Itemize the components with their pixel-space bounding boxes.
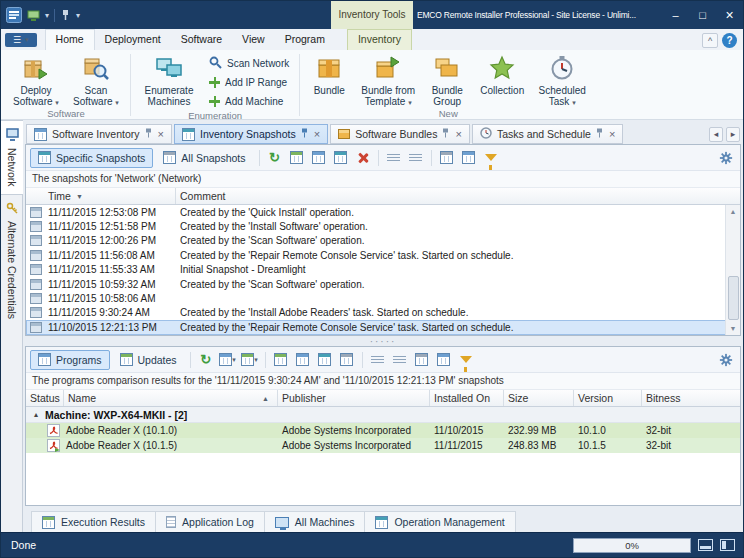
layout-vertical-icon[interactable]: [406, 148, 426, 168]
column-header-bitness[interactable]: Bitness: [642, 390, 740, 406]
collapse-group-icon[interactable]: ▴: [34, 410, 38, 419]
filter-icon[interactable]: [481, 148, 501, 168]
export-results-icon[interactable]: ▾: [218, 350, 238, 370]
ribbon-tab-deployment[interactable]: Deployment: [95, 29, 171, 50]
qat-pin-icon[interactable]: [60, 9, 71, 21]
filter-icon[interactable]: [456, 350, 476, 370]
choose-columns-icon[interactable]: [434, 350, 454, 370]
column-header-installed-on[interactable]: Installed On: [430, 390, 504, 406]
ribbon-tab-inventory[interactable]: Inventory: [347, 29, 412, 50]
close-tab-icon[interactable]: ×: [455, 129, 461, 139]
bottom-tab-application-log[interactable]: Application Log: [156, 511, 265, 533]
show-output-panel-icon[interactable]: [698, 539, 713, 551]
group-by-icon[interactable]: [437, 148, 457, 168]
copy-results-icon[interactable]: ▾: [240, 350, 260, 370]
scroll-up-icon[interactable]: ▲: [726, 205, 740, 218]
snapshot-row[interactable]: 11/11/2015 12:00:26 PMCreated by the 'Sc…: [26, 234, 740, 248]
scan-software-button[interactable]: Scan Software ▾: [67, 52, 125, 108]
snapshot-row[interactable]: 11/11/2015 11:56:08 AMCreated by the 'Re…: [26, 248, 740, 262]
snapshot-row[interactable]: 11/11/2015 10:59:32 AMCreated by the 'Sc…: [26, 277, 740, 291]
snapshot-row[interactable]: 11/11/2015 9:30:24 AMCreated by the 'Ins…: [26, 306, 740, 320]
close-tab-icon[interactable]: ×: [314, 129, 320, 139]
bottom-tab-all-machines[interactable]: All Machines: [265, 511, 366, 533]
collection-button[interactable]: Collection: [473, 52, 531, 96]
machine-group-row[interactable]: ▴ Machine: WXP-X64-MKII - [2]: [26, 407, 740, 423]
bottom-tab-execution-results[interactable]: Execution Results: [31, 511, 156, 533]
doc-tab-tasks-and-schedule[interactable]: Tasks and Schedule ×: [472, 124, 623, 144]
add-ip-range-button[interactable]: Add IP Range: [204, 73, 294, 91]
export-snapshot-icon[interactable]: [309, 148, 329, 168]
doc-tab-software-bundles[interactable]: Software Bundles ×: [330, 124, 470, 144]
vertical-scrollbar[interactable]: ▲ ▼: [725, 205, 740, 335]
snapshot-row[interactable]: 11/11/2015 12:51:58 PMCreated by the 'In…: [26, 219, 740, 233]
snapshot-row[interactable]: 11/11/2015 10:58:06 AM: [26, 291, 740, 305]
ribbon-tab-program[interactable]: Program: [275, 29, 335, 50]
all-snapshots-toggle[interactable]: All Snapshots: [155, 148, 253, 168]
programs-toggle[interactable]: Programs: [30, 350, 110, 370]
sidebar-tab-network[interactable]: Network: [1, 120, 23, 195]
column-header-time[interactable]: Time▼: [26, 188, 176, 204]
layout-vertical-icon[interactable]: [390, 350, 410, 370]
show-removed-icon[interactable]: [293, 350, 313, 370]
column-header-publisher[interactable]: Publisher: [278, 390, 430, 406]
layout-horizontal-icon[interactable]: [384, 148, 404, 168]
deploy-software-button[interactable]: Deploy Software ▾: [7, 52, 65, 108]
snapshot-row[interactable]: 11/11/2015 12:53:08 PMCreated by the 'Qu…: [26, 205, 740, 219]
bundle-button[interactable]: Bundle: [305, 52, 353, 96]
bundle-group-button[interactable]: Bundle Group: [423, 52, 471, 107]
snapshots-settings-gear-icon[interactable]: [716, 148, 736, 168]
column-header-comment[interactable]: Comment: [176, 188, 740, 204]
collapse-ribbon-icon[interactable]: ^: [702, 33, 718, 48]
minimize-button[interactable]: –: [662, 1, 689, 29]
snapshot-row[interactable]: 11/11/2015 11:55:33 AMInitial Snapshot -…: [26, 263, 740, 277]
show-updated-icon[interactable]: [315, 350, 335, 370]
show-added-icon[interactable]: [271, 350, 291, 370]
qat-customize-icon[interactable]: ▾: [76, 11, 80, 20]
close-tab-icon[interactable]: ×: [609, 129, 615, 139]
tab-scroll-right-icon[interactable]: ▸: [726, 127, 740, 142]
specific-snapshots-toggle[interactable]: Specific Snapshots: [30, 148, 153, 168]
column-header-size[interactable]: Size: [504, 390, 574, 406]
close-tab-icon[interactable]: ×: [158, 129, 164, 139]
choose-columns-icon[interactable]: [459, 148, 479, 168]
enumerate-machines-button[interactable]: Enumerate Machines: [136, 52, 202, 107]
scheduled-task-button[interactable]: Scheduled Task ▾: [533, 52, 591, 108]
doc-tab-inventory-snapshots[interactable]: Inventory Snapshots ×: [174, 124, 328, 144]
new-snapshot-icon[interactable]: [287, 148, 307, 168]
qat-machine-icon[interactable]: [27, 9, 40, 22]
layout-horizontal-icon[interactable]: [368, 350, 388, 370]
refresh-comparison-icon[interactable]: ↻: [196, 350, 216, 370]
show-side-panel-icon[interactable]: [720, 539, 735, 551]
tab-scroll-left-icon[interactable]: ◂: [709, 127, 723, 142]
main-menu-button[interactable]: ☰ ▾: [5, 33, 37, 47]
show-unchanged-icon[interactable]: [337, 350, 357, 370]
pin-icon[interactable]: [301, 128, 308, 140]
help-icon[interactable]: ?: [722, 33, 737, 48]
updates-toggle[interactable]: Updates: [112, 350, 185, 370]
delete-snapshot-icon[interactable]: [353, 148, 373, 168]
scroll-down-icon[interactable]: ▼: [726, 322, 740, 335]
pin-icon[interactable]: [145, 128, 152, 140]
scan-network-button[interactable]: Scan Network: [204, 54, 294, 72]
column-header-name[interactable]: Name▲: [64, 390, 278, 406]
maximize-button[interactable]: □: [689, 1, 716, 29]
column-header-status[interactable]: Status: [26, 390, 64, 406]
sidebar-tab-alternate-credentials[interactable]: Alternate Credentials: [1, 195, 23, 326]
import-snapshot-icon[interactable]: [331, 148, 351, 168]
refresh-snapshots-icon[interactable]: ↻: [265, 148, 285, 168]
column-header-version[interactable]: Version: [574, 390, 642, 406]
ribbon-tab-home[interactable]: Home: [45, 29, 95, 50]
group-by-icon[interactable]: [412, 350, 432, 370]
add-machine-button[interactable]: Add Machine: [204, 92, 294, 110]
close-button[interactable]: ×: [716, 1, 743, 29]
qat-dropdown-icon[interactable]: ▾: [45, 11, 49, 20]
pin-icon[interactable]: [442, 128, 449, 140]
scrollbar-thumb[interactable]: [728, 276, 739, 320]
pin-icon[interactable]: [596, 128, 603, 140]
ribbon-tab-view[interactable]: View: [232, 29, 275, 50]
snapshot-row-selected[interactable]: 11/10/2015 12:21:13 PMCreated by the 'Re…: [26, 320, 740, 334]
doc-tab-software-inventory[interactable]: Software Inventory ×: [26, 124, 172, 144]
program-row[interactable]: Adobe Reader X (10.1.0) Adobe Systems In…: [26, 423, 740, 438]
bundle-from-template-button[interactable]: Bundle from Template ▾: [355, 52, 421, 108]
ribbon-tab-software[interactable]: Software: [171, 29, 232, 50]
